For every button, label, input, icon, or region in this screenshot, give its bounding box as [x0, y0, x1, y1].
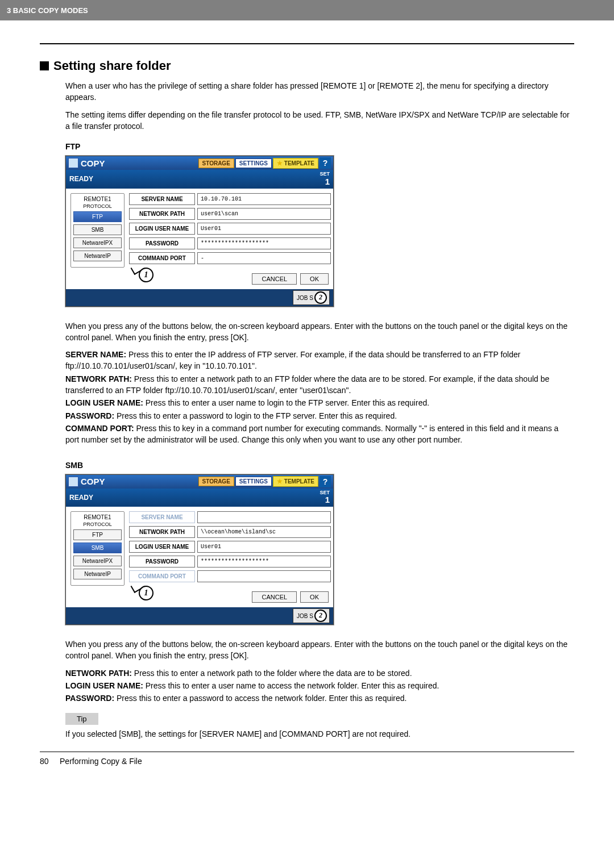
set-counter: SET 1: [320, 172, 330, 186]
login-user-button[interactable]: LOGIN USER NAME: [129, 541, 195, 553]
job-status-bar: JOB S2: [66, 607, 333, 624]
remote-label: REMOTE1: [73, 196, 122, 202]
server-name-button[interactable]: SERVER NAME: [129, 193, 195, 205]
ok-button[interactable]: OK: [300, 273, 329, 285]
protocol-smb[interactable]: SMB: [73, 542, 122, 553]
top-rule: [40, 43, 574, 44]
ftp-login-desc: LOGIN USER NAME: Press this to enter a u…: [65, 397, 574, 408]
protocol-smb[interactable]: SMB: [73, 224, 122, 235]
callout-2: 2: [314, 610, 327, 622]
callout-2: 2: [314, 291, 327, 304]
ftp-cmdport-desc: COMMAND PORT: Press this to key in a com…: [65, 423, 574, 446]
intro-para-2: The setting items differ depending on th…: [65, 109, 574, 132]
server-name-value: [197, 511, 331, 523]
password-value: ********************: [197, 556, 331, 567]
network-path-value: \\ocean\home\island\sc: [197, 526, 331, 538]
smb-network-path-desc: NETWORK PATH: Press this to enter a netw…: [65, 667, 574, 679]
protocol-netwareip[interactable]: NetwareIP: [73, 569, 122, 579]
protocol-netwareip[interactable]: NetwareIP: [73, 251, 122, 261]
cancel-button[interactable]: CANCEL: [252, 591, 297, 603]
page-content: Setting share folder When a user who has…: [0, 20, 614, 752]
login-user-value: User01: [197, 541, 331, 553]
ftp-screenshot: COPY STORAGE SETTINGS ★TEMPLATE ? READY …: [65, 156, 334, 306]
help-button[interactable]: ?: [320, 476, 331, 487]
set-counter: SET 1: [320, 490, 330, 505]
command-port-button[interactable]: COMMAND PORT: [129, 252, 195, 264]
smb-screenshot: COPY STORAGE SETTINGS ★TEMPLATE ? READY …: [65, 474, 334, 625]
network-path-button[interactable]: NETWORK PATH: [129, 526, 195, 538]
help-button[interactable]: ?: [320, 157, 331, 169]
titlebar: COPY STORAGE SETTINGS ★TEMPLATE ?: [66, 156, 333, 170]
job-status-button[interactable]: JOB S2: [293, 290, 330, 305]
protocol-label: PROTOCOL: [73, 521, 122, 527]
status-bar: READY SET 1: [66, 170, 333, 188]
section-title: Setting share folder: [40, 59, 574, 73]
smb-heading: SMB: [65, 461, 574, 470]
titlebar-title: COPY: [81, 477, 105, 486]
template-button[interactable]: ★TEMPLATE: [273, 476, 318, 487]
command-port-button: COMMAND PORT: [129, 570, 195, 582]
page-number: 80: [40, 757, 49, 766]
job-status-bar: JOB S2: [66, 289, 333, 306]
login-user-button[interactable]: LOGIN USER NAME: [129, 223, 195, 235]
titlebar-title: COPY: [81, 158, 105, 168]
star-icon: ★: [277, 160, 283, 167]
ok-button[interactable]: OK: [300, 591, 329, 603]
server-name-button: SERVER NAME: [129, 511, 195, 523]
password-button[interactable]: PASSWORD: [129, 556, 195, 567]
protocol-ftp[interactable]: FTP: [73, 211, 122, 222]
network-path-value: user01\scan: [197, 208, 331, 220]
protocol-frame: REMOTE1 PROTOCOL FTP SMB NetwareIPX Netw…: [70, 511, 125, 586]
protocol-frame: REMOTE1 PROTOCOL FTP SMB NetwareIPX Netw…: [70, 193, 125, 268]
protocol-netwareipx[interactable]: NetwareIPX: [73, 556, 122, 566]
copy-icon: [68, 158, 78, 168]
protocol-netwareipx[interactable]: NetwareIPX: [73, 237, 122, 248]
network-path-button[interactable]: NETWORK PATH: [129, 208, 195, 220]
chapter-header: 3 BASIC COPY MODES: [0, 0, 614, 20]
settings-button[interactable]: SETTINGS: [235, 158, 272, 168]
ready-label: READY: [69, 494, 93, 502]
tip-label: Tip: [65, 713, 98, 725]
tip-text: If you selected [SMB], the settings for …: [65, 728, 574, 740]
smb-password-desc: PASSWORD: Press this to enter a password…: [65, 692, 574, 704]
cancel-button[interactable]: CANCEL: [252, 273, 297, 285]
password-button[interactable]: PASSWORD: [129, 237, 195, 249]
titlebar: COPY STORAGE SETTINGS ★TEMPLATE ?: [66, 475, 333, 489]
smb-after-para: When you press any of the buttons below,…: [65, 639, 574, 662]
server-name-value: 10.10.70.101: [197, 193, 331, 205]
ftp-password-desc: PASSWORD: Press this to enter a password…: [65, 410, 574, 422]
status-bar: READY SET 1: [66, 489, 333, 507]
callout-1: 1: [139, 586, 154, 600]
intro-para-1: When a user who has the privilege of set…: [65, 80, 574, 103]
job-status-button[interactable]: JOB S2: [293, 608, 330, 623]
star-icon: ★: [277, 478, 283, 485]
chapter-text: 3 BASIC COPY MODES: [7, 6, 88, 15]
settings-button[interactable]: SETTINGS: [235, 477, 272, 486]
login-user-value: User01: [197, 223, 331, 235]
protocol-label: PROTOCOL: [73, 203, 122, 209]
command-port-value: [197, 570, 331, 582]
ready-label: READY: [69, 175, 93, 183]
storage-button[interactable]: STORAGE: [198, 158, 234, 168]
ftp-server-name-desc: SERVER NAME: Press this to enter the IP …: [65, 349, 574, 372]
storage-button[interactable]: STORAGE: [198, 477, 234, 486]
page-footer: 80 Performing Copy & File: [0, 752, 614, 777]
remote-label: REMOTE1: [73, 514, 122, 520]
footer-title: Performing Copy & File: [60, 757, 142, 766]
protocol-ftp[interactable]: FTP: [73, 529, 122, 540]
ftp-network-path-desc: NETWORK PATH: Press this to enter a netw…: [65, 373, 574, 397]
template-button[interactable]: ★TEMPLATE: [273, 158, 318, 169]
copy-icon: [68, 477, 78, 487]
section-title-text: Setting share folder: [53, 59, 171, 73]
ftp-after-para: When you press any of the buttons below,…: [65, 320, 574, 344]
square-bullet-icon: [40, 61, 49, 70]
password-value: ********************: [197, 237, 331, 249]
ftp-heading: FTP: [65, 142, 574, 151]
callout-1: 1: [139, 268, 154, 282]
command-port-value: -: [197, 252, 331, 264]
smb-login-desc: LOGIN USER NAME: Press this to enter a u…: [65, 680, 574, 691]
